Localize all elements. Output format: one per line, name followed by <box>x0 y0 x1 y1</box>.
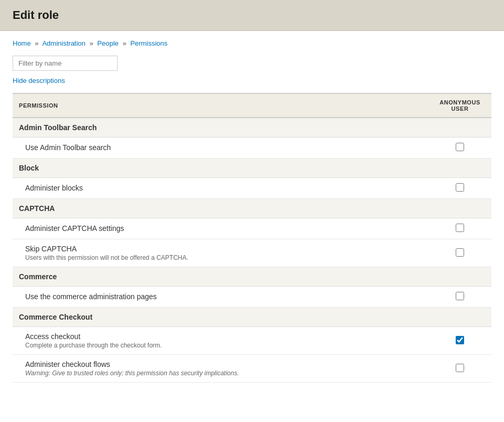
table-row: Use Admin Toolbar search <box>13 138 491 159</box>
table-header-row: PERMISSION ANONYMOUS USER <box>13 93 491 118</box>
breadcrumb-separator-2: » <box>89 39 93 47</box>
col-header-anonymous-user: ANONYMOUS USER <box>428 93 491 118</box>
group-row: CAPTCHA <box>13 199 491 218</box>
permission-checkbox-cell <box>428 178 491 199</box>
group-row: Commerce Checkout <box>13 308 491 327</box>
table-row: Use the commerce administration pages <box>13 287 491 308</box>
table-row: Skip CAPTCHAUsers with this permission w… <box>13 239 491 267</box>
breadcrumb-home[interactable]: Home <box>13 39 31 47</box>
col-header-permission: PERMISSION <box>13 93 428 118</box>
permission-cell: Administer blocks <box>13 178 428 199</box>
permission-name: Use the commerce administration pages <box>25 292 422 301</box>
permission-checkbox[interactable] <box>456 224 464 232</box>
breadcrumb-separator-3: » <box>122 39 126 47</box>
table-row: Administer CAPTCHA settings <box>13 218 491 239</box>
table-row: Administer blocks <box>13 178 491 199</box>
permission-cell: Access checkoutComplete a purchase throu… <box>13 327 428 355</box>
permission-checkbox-cell <box>428 355 491 383</box>
permission-name: Skip CAPTCHA <box>25 245 422 253</box>
permission-cell: Use Admin Toolbar search <box>13 138 428 159</box>
permission-checkbox[interactable] <box>456 248 464 257</box>
permission-checkbox[interactable] <box>456 336 464 344</box>
permission-checkbox-cell <box>428 287 491 308</box>
permission-name: Administer checkout flows <box>25 360 422 368</box>
filter-input[interactable] <box>13 56 118 71</box>
permission-checkbox[interactable] <box>456 183 464 192</box>
group-row: Commerce <box>13 267 491 287</box>
group-row: Block <box>13 159 491 178</box>
permission-checkbox[interactable] <box>456 364 464 372</box>
permission-name: Administer CAPTCHA settings <box>25 224 422 233</box>
permission-checkbox-cell <box>428 218 491 239</box>
permission-description: Users with this permission will not be o… <box>25 254 422 261</box>
permission-name: Administer blocks <box>25 184 422 192</box>
permission-description: Warning: Give to trusted roles only; thi… <box>25 370 422 377</box>
page-header: Edit role <box>0 0 504 31</box>
breadcrumb-separator-1: » <box>35 39 38 47</box>
permission-description: Complete a purchase through the checkout… <box>25 342 422 349</box>
table-row: Access checkoutComplete a purchase throu… <box>13 327 491 355</box>
permission-name: Use Admin Toolbar search <box>25 143 422 152</box>
group-row: Admin Toolbar Search <box>13 118 491 138</box>
permission-checkbox-cell <box>428 138 491 159</box>
breadcrumb-people[interactable]: People <box>97 39 118 47</box>
permission-checkbox-cell <box>428 327 491 355</box>
breadcrumb-administration[interactable]: Administration <box>42 39 85 47</box>
hide-descriptions-link[interactable]: Hide descriptions <box>13 77 65 85</box>
permission-cell: Skip CAPTCHAUsers with this permission w… <box>13 239 428 267</box>
permission-checkbox-cell <box>428 239 491 267</box>
table-row: Administer checkout flowsWarning: Give t… <box>13 355 491 383</box>
page-content: Home » Administration » People » Permiss… <box>0 31 504 391</box>
permission-cell: Administer checkout flowsWarning: Give t… <box>13 355 428 383</box>
page-title: Edit role <box>13 8 491 22</box>
permission-cell: Administer CAPTCHA settings <box>13 218 428 239</box>
permissions-table: PERMISSION ANONYMOUS USER Admin Toolbar … <box>13 93 491 383</box>
breadcrumb-permissions[interactable]: Permissions <box>130 39 167 47</box>
breadcrumb: Home » Administration » People » Permiss… <box>13 39 491 47</box>
permission-cell: Use the commerce administration pages <box>13 287 428 308</box>
permission-checkbox[interactable] <box>456 292 464 300</box>
permission-checkbox[interactable] <box>456 143 464 151</box>
permission-name: Access checkout <box>25 332 422 341</box>
